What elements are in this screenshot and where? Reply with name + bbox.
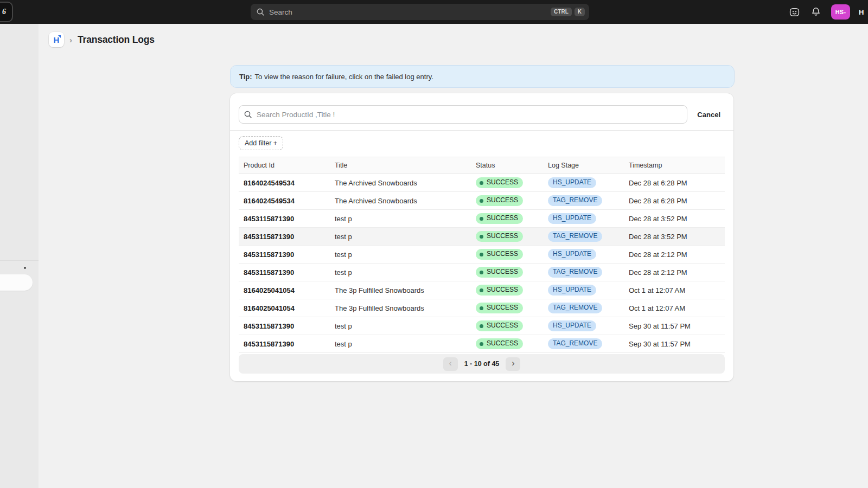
table-row[interactable]: 8164024549534 The Archived Snowboards SU… [239,174,725,192]
store-logo-badge[interactable]: 6 [0,2,13,22]
table-header: Product Id Title Status Log Stage Timest… [239,157,725,174]
assistant-icon[interactable] [788,5,801,18]
table-row[interactable]: 8164025041054 The 3p Fulfilled Snowboard… [239,281,725,299]
status-dot-icon [480,324,483,328]
status-badge: SUCCESS [476,267,523,277]
status-text: SUCCESS [487,251,518,258]
log-stage-badge: TAG_REMOVE [548,338,602,349]
cell-title: test p [335,268,476,277]
status-badge: SUCCESS [476,249,523,259]
cell-timestamp: Dec 28 at 6:28 PM [629,179,720,187]
cell-product-id: 8453115871390 [244,268,335,277]
app-logo-letter: H [54,36,60,44]
cell-product-id: 8453115871390 [244,215,335,223]
column-title: Title [335,162,476,169]
status-badge: SUCCESS [476,320,523,331]
sidebar-dot-icon [24,267,26,269]
status-text: SUCCESS [487,268,518,275]
log-search-input[interactable] [239,105,687,124]
cell-product-id: 8453115871390 [244,251,335,259]
cell-status: SUCCESS [476,303,548,313]
notifications-bell-icon[interactable] [809,5,822,18]
cell-log-stage: HS_UPDATE [548,320,629,331]
cell-title: The Archived Snowboards [335,197,476,205]
add-filter-button[interactable]: Add filter + [239,136,283,150]
next-page-button[interactable]: › [506,357,520,371]
status-dot-icon [480,181,483,185]
status-text: SUCCESS [487,233,518,240]
status-text: SUCCESS [487,304,518,311]
tip-text: To view the reason for failure, click on… [255,73,433,81]
log-stage-badge: HS_UPDATE [548,320,596,331]
cell-status: SUCCESS [476,195,548,206]
cell-status: SUCCESS [476,285,548,295]
cell-product-id: 8453115871390 [244,233,335,241]
status-text: SUCCESS [487,179,518,186]
cell-log-stage: TAG_REMOVE [548,195,629,206]
log-stage-badge: TAG_REMOVE [548,303,602,313]
cell-product-id: 8453115871390 [244,322,335,330]
status-text: SUCCESS [487,322,518,329]
cell-product-id: 8164024549534 [244,197,335,205]
table-row[interactable]: 8453115871390 test p SUCCESS TAG_REMOVE … [239,264,725,281]
log-stage-badge: TAG_REMOVE [548,195,602,206]
global-search-bar[interactable]: Search CTRL K [251,4,589,20]
tip-banner: Tip: To view the reason for failure, cli… [230,65,735,88]
table-row[interactable]: 8453115871390 test p SUCCESS HS_UPDATE S… [239,317,725,335]
cell-timestamp: Dec 28 at 2:12 PM [629,251,720,259]
cell-title: The 3p Fulfilled Snowboards [335,286,476,294]
cell-title: The Archived Snowboards [335,179,476,187]
status-badge: SUCCESS [476,195,523,206]
cell-timestamp: Oct 1 at 12:07 AM [629,304,720,312]
status-dot-icon [480,342,483,346]
user-avatar[interactable]: HS- [831,4,850,20]
status-badge: SUCCESS [476,338,523,349]
cell-title: test p [335,251,476,259]
chevron-right-icon: › [69,35,72,44]
cell-title: test p [335,215,476,223]
status-dot-icon [480,217,483,221]
ctrl-key-badge: CTRL [551,8,572,16]
table-row-highlighted[interactable]: 8453115871390 test p SUCCESS TAG_REMOVE … [239,228,725,246]
transaction-logs-card: Cancel Add filter + Product Id Title Sta… [230,93,733,381]
status-badge: SUCCESS [476,231,523,241]
topbar-right-cluster: HS- H [788,0,864,24]
status-dot-icon [480,235,483,239]
cell-log-stage: HS_UPDATE [548,177,629,188]
sidebar-active-item[interactable] [0,274,33,291]
logs-table: Product Id Title Status Log Stage Timest… [239,157,725,374]
cell-log-stage: TAG_REMOVE [548,303,629,313]
cell-log-stage: HS_UPDATE [548,249,629,259]
cell-product-id: 8164024549534 [244,179,335,187]
cell-status: SUCCESS [476,267,548,277]
status-text: SUCCESS [487,286,518,293]
cell-status: SUCCESS [476,231,548,241]
log-stage-badge: HS_UPDATE [548,249,596,259]
cell-log-stage: TAG_REMOVE [548,338,629,349]
table-row[interactable]: 8453115871390 test p SUCCESS TAG_REMOVE … [239,335,725,353]
cell-timestamp: Dec 28 at 2:12 PM [629,268,720,277]
table-row[interactable]: 8453115871390 test p SUCCESS HS_UPDATE D… [239,246,725,264]
app-logo-tile[interactable]: H [49,32,64,47]
search-icon [256,8,265,16]
collapsed-sidebar [0,24,39,488]
log-stage-badge: TAG_REMOVE [548,231,602,241]
prev-page-button[interactable]: ‹ [443,357,458,371]
cell-title: test p [335,322,476,330]
table-row[interactable]: 8164024549534 The Archived Snowboards SU… [239,192,725,210]
global-search-label: Search [269,8,292,16]
cell-timestamp: Sep 30 at 11:57 PM [629,340,720,348]
log-stage-badge: HS_UPDATE [548,213,596,223]
cell-timestamp: Oct 1 at 12:07 AM [629,286,720,294]
status-dot-icon [480,253,483,256]
cell-log-stage: TAG_REMOVE [548,267,629,277]
cell-status: SUCCESS [476,320,548,331]
store-logo-letter: 6 [2,8,6,16]
cell-status: SUCCESS [476,177,548,188]
table-row[interactable]: 8164025041054 The 3p Fulfilled Snowboard… [239,299,725,317]
cell-timestamp: Dec 28 at 3:52 PM [629,233,720,241]
cancel-button[interactable]: Cancel [697,111,725,119]
table-row[interactable]: 8453115871390 test p SUCCESS HS_UPDATE D… [239,210,725,228]
cell-log-stage: HS_UPDATE [548,213,629,223]
status-dot-icon [480,288,483,292]
